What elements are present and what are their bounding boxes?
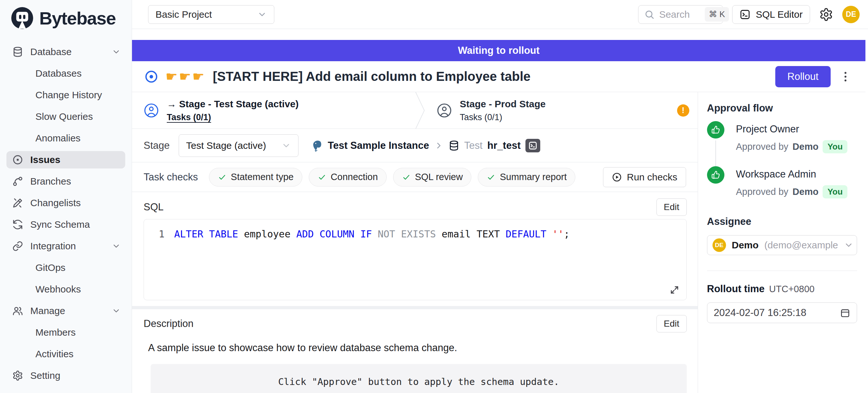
sql-edit-button[interactable]: Edit xyxy=(656,199,687,216)
stage-name[interactable]: Stage - Test Stage (active) xyxy=(179,98,299,109)
warning-badge: ! xyxy=(677,104,689,117)
rollout-time-title: Rollout time xyxy=(707,283,765,295)
approval-role: Workspace Admin xyxy=(736,166,848,180)
task-checks-row: Task checks Statement typeConnectionSQL … xyxy=(132,162,698,192)
check-icon xyxy=(218,173,227,182)
sidebar-item-gitops[interactable]: GitOps xyxy=(6,259,125,276)
bytebase-logo-icon xyxy=(10,6,34,30)
sidebar-item-label: Members xyxy=(35,327,76,338)
sidebar-item-databases[interactable]: Databases xyxy=(6,65,125,82)
search-box[interactable]: ⌘ K xyxy=(638,5,723,24)
stage-tasks[interactable]: Tasks (0/1) xyxy=(167,113,299,122)
rollout-button[interactable]: Rollout xyxy=(775,66,831,87)
rollout-time-input[interactable]: 2024-02-07 16:25:18 xyxy=(707,302,857,323)
sidebar-item-label: Manage xyxy=(30,305,65,316)
sidebar-item-label: Slow Queries xyxy=(35,111,93,122)
sidebar-item-label: Sync Schema xyxy=(30,219,90,230)
task-check-label: SQL review xyxy=(415,172,463,182)
approved-by-text: Approved by xyxy=(736,186,788,197)
description-edit-button[interactable]: Edit xyxy=(656,315,687,332)
pointing-hand-emoji: ☛☛☛ xyxy=(165,69,206,84)
sidebar-item-activities[interactable]: Activities xyxy=(6,345,125,363)
thumbs-up-icon xyxy=(707,166,724,184)
approver-name: Demo xyxy=(793,142,819,152)
sidebar-item-webhooks[interactable]: Webhooks xyxy=(6,280,125,298)
stage-card-prod[interactable]: Stage - Prod StageTasks (0/1)! xyxy=(425,98,698,122)
sql-statement: ALTER TABLE employee ADD COLUMN IF NOT E… xyxy=(174,229,569,240)
sidebar-item-label: Change History xyxy=(35,90,102,100)
sidebar-nav: DatabaseDatabasesChange HistorySlow Quer… xyxy=(6,36,125,384)
check-icon xyxy=(402,173,411,182)
task-check-statement-type[interactable]: Statement type xyxy=(209,168,302,186)
user-avatar[interactable]: DE xyxy=(842,6,860,23)
sidebar-item-label: Setting xyxy=(30,370,60,381)
app-root: Bytebase DatabaseDatabasesChange History… xyxy=(0,0,868,393)
approval-steps: Project OwnerApproved byDemoYouWorkspace… xyxy=(707,121,857,211)
database-icon xyxy=(12,47,23,57)
gear-icon xyxy=(819,7,833,22)
expand-editor-button[interactable] xyxy=(669,284,680,295)
instance-name[interactable]: Test Sample Instance xyxy=(328,140,429,151)
sidebar-item-label: Database xyxy=(30,47,71,57)
stage-name[interactable]: Stage - Prod Stage xyxy=(460,98,546,110)
sidebar-item-integration[interactable]: Integration xyxy=(6,237,125,255)
database-breadcrumb: Test Sample Instance Test hr_test xyxy=(311,139,540,152)
sidebar-item-setting[interactable]: Setting xyxy=(6,367,125,384)
expand-icon xyxy=(669,284,680,295)
sidebar: Bytebase DatabaseDatabasesChange History… xyxy=(0,0,132,393)
sidebar-item-label: Activities xyxy=(35,349,73,360)
task-check-summary-report[interactable]: Summary report xyxy=(478,168,575,186)
sidebar-item-issues[interactable]: Issues xyxy=(6,151,125,169)
sidebar-item-branches[interactable]: Branches xyxy=(6,173,125,190)
body-row: → Stage - Test Stage (active)Tasks (0/1)… xyxy=(132,92,865,393)
sidebar-item-label: Issues xyxy=(30,154,60,165)
logo[interactable]: Bytebase xyxy=(6,0,125,36)
stage-card-test[interactable]: → Stage - Test Stage (active)Tasks (0/1) xyxy=(132,98,415,122)
run-checks-button[interactable]: Run checks xyxy=(603,167,686,187)
setting-icon xyxy=(12,370,23,381)
content: Waiting to rollout ☛☛☛ [START HERE] Add … xyxy=(132,29,868,393)
stage-pipeline: → Stage - Test Stage (active)Tasks (0/1)… xyxy=(132,92,698,129)
rollout-time-section: Rollout time UTC+0800 2024-02-07 16:25:1… xyxy=(707,271,857,323)
task-check-label: Summary report xyxy=(500,172,567,182)
search-icon xyxy=(644,9,655,20)
sidebar-item-members[interactable]: Members xyxy=(6,324,125,341)
task-check-connection[interactable]: Connection xyxy=(309,168,387,186)
sql-editor-button[interactable]: SQL Editor xyxy=(732,5,810,24)
sidebar-item-label: Anomalies xyxy=(35,133,81,144)
task-check-sql-review[interactable]: SQL review xyxy=(393,168,472,186)
stage-select[interactable]: Test Stage (active) xyxy=(179,134,299,157)
assignee-select[interactable]: DE Demo (demo@example xyxy=(707,235,857,255)
person-circle-icon xyxy=(144,103,159,118)
sidebar-item-change-history[interactable]: Change History xyxy=(6,86,125,104)
stage-tasks[interactable]: Tasks (0/1) xyxy=(460,113,546,122)
sidebar-item-manage[interactable]: Manage xyxy=(6,302,125,320)
database-name[interactable]: hr_test xyxy=(488,140,521,151)
settings-button[interactable] xyxy=(819,7,833,22)
open-in-sql-editor-button[interactable] xyxy=(525,139,540,152)
more-options-button[interactable] xyxy=(838,69,853,84)
assignee-title: Assignee xyxy=(707,216,857,228)
chevron-down-icon xyxy=(281,141,291,150)
approved-by-text: Approved by xyxy=(736,142,788,152)
sidebar-item-changelists[interactable]: Changelists xyxy=(6,194,125,212)
search-input[interactable] xyxy=(659,9,700,20)
line-number: 1 xyxy=(144,229,164,240)
sidebar-item-label: Integration xyxy=(30,241,76,251)
sql-editor[interactable]: 1 ALTER TABLE employee ADD COLUMN IF NOT… xyxy=(144,219,687,300)
sidebar-item-anomalies[interactable]: Anomalies xyxy=(6,129,125,147)
you-badge: You xyxy=(823,140,847,153)
project-selector[interactable]: Basic Project xyxy=(148,5,274,24)
chevron-down-icon xyxy=(112,242,121,251)
chevron-down-icon xyxy=(112,306,121,315)
rollout-time-value: 2024-02-07 16:25:18 xyxy=(714,307,807,319)
assignee-avatar: DE xyxy=(712,238,726,252)
issue-title: [START HERE] Add email column to Employe… xyxy=(213,69,531,84)
sidebar-item-label: Webhooks xyxy=(35,284,81,295)
task-check-label: Connection xyxy=(331,172,378,182)
sync-icon xyxy=(12,219,23,230)
sidebar-item-sync-schema[interactable]: Sync Schema xyxy=(6,216,125,233)
sidebar-item-slow-queries[interactable]: Slow Queries xyxy=(6,108,125,125)
sidebar-item-database[interactable]: Database xyxy=(6,43,125,61)
sidebar-item-label: GitOps xyxy=(35,262,65,273)
